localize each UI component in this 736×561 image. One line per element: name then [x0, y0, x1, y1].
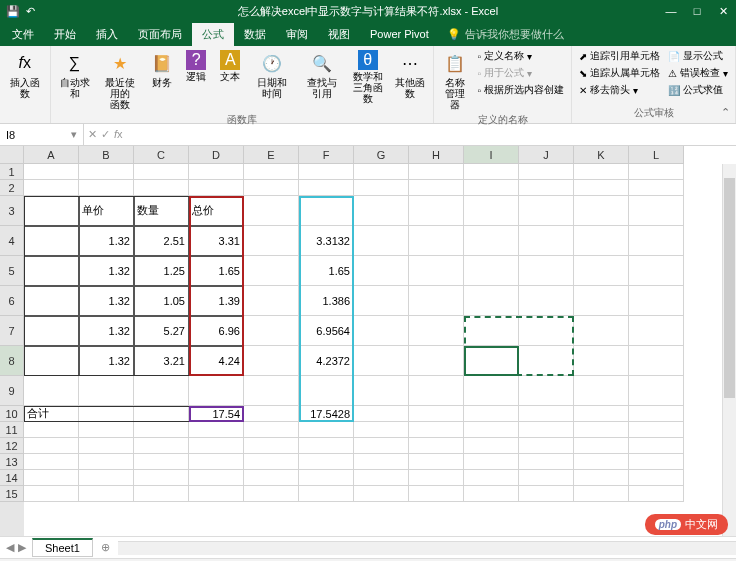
- cell-H5[interactable]: [409, 256, 464, 286]
- row-header-2[interactable]: 2: [0, 180, 24, 196]
- tab-home[interactable]: 开始: [44, 23, 86, 46]
- cell-H4[interactable]: [409, 226, 464, 256]
- cell-B4[interactable]: 1.32: [79, 226, 134, 256]
- cell-E2[interactable]: [244, 180, 299, 196]
- cell-L13[interactable]: [629, 454, 684, 470]
- cell-L12[interactable]: [629, 438, 684, 454]
- sheet-tab[interactable]: Sheet1: [32, 538, 93, 557]
- cell-L14[interactable]: [629, 470, 684, 486]
- cell-B6[interactable]: 1.32: [79, 286, 134, 316]
- cell-C15[interactable]: [134, 486, 189, 502]
- row-header-12[interactable]: 12: [0, 438, 24, 454]
- cell-G11[interactable]: [354, 422, 409, 438]
- col-header-C[interactable]: C: [134, 146, 189, 164]
- cell-B14[interactable]: [79, 470, 134, 486]
- select-all-button[interactable]: [0, 146, 24, 164]
- col-header-K[interactable]: K: [574, 146, 629, 164]
- cell-G2[interactable]: [354, 180, 409, 196]
- cell-D13[interactable]: [189, 454, 244, 470]
- cell-F7[interactable]: 6.9564: [299, 316, 354, 346]
- cell-C11[interactable]: [134, 422, 189, 438]
- cell-I6[interactable]: [464, 286, 519, 316]
- cell-B1[interactable]: [79, 164, 134, 180]
- cell-G4[interactable]: [354, 226, 409, 256]
- maximize-icon[interactable]: □: [688, 5, 706, 18]
- cell-H9[interactable]: [409, 376, 464, 406]
- cell-D6[interactable]: 1.39: [189, 286, 244, 316]
- row-header-8[interactable]: 8: [0, 346, 24, 376]
- cell-B15[interactable]: [79, 486, 134, 502]
- row-header-1[interactable]: 1: [0, 164, 24, 180]
- tab-powerpivot[interactable]: Power Pivot: [360, 24, 439, 44]
- col-header-A[interactable]: A: [24, 146, 79, 164]
- cell-I7[interactable]: [464, 316, 519, 346]
- row-header-14[interactable]: 14: [0, 470, 24, 486]
- insert-function-button[interactable]: fx 插入函数: [4, 48, 46, 101]
- row-header-3[interactable]: 3: [0, 196, 24, 226]
- cell-D5[interactable]: 1.65: [189, 256, 244, 286]
- cell-C6[interactable]: 1.05: [134, 286, 189, 316]
- cell-A1[interactable]: [24, 164, 79, 180]
- row-header-13[interactable]: 13: [0, 454, 24, 470]
- cell-I4[interactable]: [464, 226, 519, 256]
- cell-I2[interactable]: [464, 180, 519, 196]
- cell-C4[interactable]: 2.51: [134, 226, 189, 256]
- tab-next-icon[interactable]: ▶: [18, 541, 26, 554]
- cell-E12[interactable]: [244, 438, 299, 454]
- cell-H3[interactable]: [409, 196, 464, 226]
- cell-A11[interactable]: [24, 422, 79, 438]
- eval-formula-button[interactable]: 🔢 公式求值: [665, 82, 731, 98]
- cell-L9[interactable]: [629, 376, 684, 406]
- col-header-J[interactable]: J: [519, 146, 574, 164]
- remove-arrows-button[interactable]: ✕ 移去箭头 ▾: [576, 82, 663, 98]
- cell-G13[interactable]: [354, 454, 409, 470]
- cell-G3[interactable]: [354, 196, 409, 226]
- cell-D1[interactable]: [189, 164, 244, 180]
- cell-K7[interactable]: [574, 316, 629, 346]
- cell-G1[interactable]: [354, 164, 409, 180]
- cell-F10[interactable]: 17.5428: [299, 406, 354, 422]
- logical-button[interactable]: ?逻辑: [180, 48, 212, 84]
- cell-B8[interactable]: 1.32: [79, 346, 134, 376]
- close-icon[interactable]: ✕: [714, 5, 732, 18]
- cell-F11[interactable]: [299, 422, 354, 438]
- cell-L3[interactable]: [629, 196, 684, 226]
- cell-A4[interactable]: [24, 226, 79, 256]
- cell-A3[interactable]: [24, 196, 79, 226]
- tab-review[interactable]: 审阅: [276, 23, 318, 46]
- cell-E10[interactable]: [244, 406, 299, 422]
- cell-F4[interactable]: 3.3132: [299, 226, 354, 256]
- tab-view[interactable]: 视图: [318, 23, 360, 46]
- tab-prev-icon[interactable]: ◀: [6, 541, 14, 554]
- cell-J6[interactable]: [519, 286, 574, 316]
- row-header-11[interactable]: 11: [0, 422, 24, 438]
- error-check-button[interactable]: ⚠ 错误检查 ▾: [665, 65, 731, 81]
- cell-J10[interactable]: [519, 406, 574, 422]
- cell-F12[interactable]: [299, 438, 354, 454]
- cell-G8[interactable]: [354, 346, 409, 376]
- cell-E13[interactable]: [244, 454, 299, 470]
- cell-D10[interactable]: 17.54: [189, 406, 244, 422]
- cell-D11[interactable]: [189, 422, 244, 438]
- cell-B9[interactable]: [79, 376, 134, 406]
- cell-E9[interactable]: [244, 376, 299, 406]
- more-button[interactable]: ⋯其他函数: [390, 48, 430, 101]
- cell-B11[interactable]: [79, 422, 134, 438]
- chevron-down-icon[interactable]: ▾: [71, 128, 77, 141]
- cell-K6[interactable]: [574, 286, 629, 316]
- cell-K1[interactable]: [574, 164, 629, 180]
- col-header-D[interactable]: D: [189, 146, 244, 164]
- cell-H10[interactable]: [409, 406, 464, 422]
- col-header-F[interactable]: F: [299, 146, 354, 164]
- cell-E1[interactable]: [244, 164, 299, 180]
- cell-A15[interactable]: [24, 486, 79, 502]
- cell-F2[interactable]: [299, 180, 354, 196]
- row-header-10[interactable]: 10: [0, 406, 24, 422]
- col-header-E[interactable]: E: [244, 146, 299, 164]
- tab-insert[interactable]: 插入: [86, 23, 128, 46]
- cell-I13[interactable]: [464, 454, 519, 470]
- cell-A12[interactable]: [24, 438, 79, 454]
- cell-J7[interactable]: [519, 316, 574, 346]
- grid[interactable]: 单价数量总价1.322.513.313.31321.321.251.651.65…: [24, 164, 736, 536]
- cell-A2[interactable]: [24, 180, 79, 196]
